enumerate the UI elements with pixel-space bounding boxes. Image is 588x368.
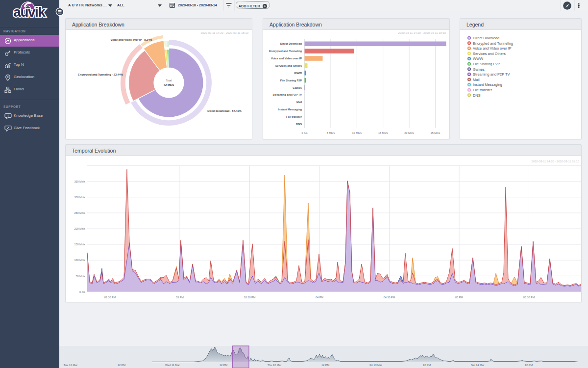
- svg-text:12 PM: 12 PM: [220, 364, 228, 367]
- svg-text:20 Mb/s: 20 Mb/s: [404, 131, 414, 134]
- svg-text:12 PM: 12 PM: [525, 364, 533, 367]
- svg-text:Tue 10 Mar: Tue 10 Mar: [64, 364, 78, 367]
- svg-text:300 Mb/s: 300 Mb/s: [74, 196, 85, 199]
- svg-text:15 Mb/s: 15 Mb/s: [378, 131, 388, 134]
- svg-text:200 Mb/s: 200 Mb/s: [74, 227, 85, 230]
- svg-text:Encrypted and Tunneling: Encrypted and Tunneling: [473, 41, 513, 46]
- svg-text:250 Mb/s: 250 Mb/s: [74, 211, 85, 214]
- svg-text:File Sharing P2P: File Sharing P2P: [473, 62, 500, 66]
- svg-text:03 PM: 03 PM: [176, 296, 184, 299]
- svg-text:Instant Messaging: Instant Messaging: [473, 82, 502, 87]
- svg-text:05:30 PM: 05:30 PM: [523, 296, 535, 299]
- svg-text:150 Mb/s: 150 Mb/s: [74, 243, 85, 246]
- svg-text:Voice and Video over IP: Voice and Video over IP: [473, 46, 512, 51]
- svg-text:Encrypted and Tunneling - 22.4: Encrypted and Tunneling - 22.44%: [78, 73, 123, 76]
- svg-text:Direct Download - 67.41%: Direct Download - 67.41%: [207, 109, 242, 112]
- svg-text:File Sharing P2P: File Sharing P2P: [280, 79, 302, 82]
- svg-text:DNS: DNS: [296, 123, 302, 126]
- svg-text:File transfer: File transfer: [286, 115, 302, 118]
- svg-text:25 Mb/s: 25 Mb/s: [431, 131, 441, 134]
- svg-text:350 Mb/s: 350 Mb/s: [74, 180, 85, 183]
- svg-text:Streaming and P2P TV: Streaming and P2P TV: [473, 72, 510, 77]
- svg-text:WWW: WWW: [473, 56, 483, 61]
- svg-text:Games: Games: [473, 67, 485, 72]
- svg-text:03:30 PM: 03:30 PM: [244, 296, 256, 299]
- svg-text:42 Mb/s: 42 Mb/s: [164, 83, 174, 86]
- svg-text:Streaming and P2P TV: Streaming and P2P TV: [272, 93, 302, 96]
- svg-text:12 PM: 12 PM: [118, 364, 126, 367]
- svg-text:Sat 14 Mar: Sat 14 Mar: [471, 364, 484, 367]
- svg-text:12 PM: 12 PM: [423, 364, 431, 367]
- svg-text:Fri 13 Mar: Fri 13 Mar: [369, 364, 382, 367]
- svg-text:0 b/s: 0 b/s: [302, 131, 308, 134]
- svg-text:5 Mb/s: 5 Mb/s: [327, 131, 335, 134]
- svg-text:Services and Others: Services and Others: [473, 52, 506, 56]
- svg-text:10 Mb/s: 10 Mb/s: [352, 131, 362, 134]
- svg-text:WWW: WWW: [294, 72, 302, 75]
- svg-text:02:30 PM: 02:30 PM: [104, 296, 116, 299]
- svg-text:Instant Messaging: Instant Messaging: [278, 108, 302, 111]
- svg-text:05 PM: 05 PM: [455, 296, 463, 299]
- svg-text:Voice and Video over IP - 8.24: Voice and Video over IP - 8.24%: [111, 38, 153, 41]
- svg-text:Wed 11 Mar: Wed 11 Mar: [165, 364, 180, 367]
- svg-text:100 Mb/s: 100 Mb/s: [74, 259, 85, 262]
- svg-text:Games: Games: [293, 86, 302, 89]
- svg-text:auvik: auvik: [13, 4, 46, 20]
- svg-text:0 b/s: 0 b/s: [79, 290, 85, 293]
- svg-text:Mail: Mail: [473, 78, 480, 82]
- svg-text:Encrypted and Tunneling: Encrypted and Tunneling: [269, 50, 302, 53]
- svg-text:Services and Others: Services and Others: [275, 64, 302, 67]
- svg-text:04 PM: 04 PM: [316, 296, 323, 299]
- svg-text:Direct Download: Direct Download: [473, 36, 499, 40]
- svg-text:04:30 PM: 04:30 PM: [384, 296, 395, 299]
- svg-text:12 PM: 12 PM: [321, 364, 330, 367]
- svg-text:File transfer: File transfer: [473, 88, 492, 92]
- svg-text:Voice and Video over IP: Voice and Video over IP: [271, 57, 302, 60]
- svg-text:Direct Download: Direct Download: [280, 42, 302, 45]
- svg-text:50 Mb/s: 50 Mb/s: [75, 275, 85, 278]
- svg-text:Mail: Mail: [296, 101, 302, 104]
- svg-text:DNS: DNS: [473, 93, 481, 98]
- svg-text:Thu 12 Mar: Thu 12 Mar: [268, 364, 282, 367]
- svg-text:Total: Total: [166, 79, 172, 82]
